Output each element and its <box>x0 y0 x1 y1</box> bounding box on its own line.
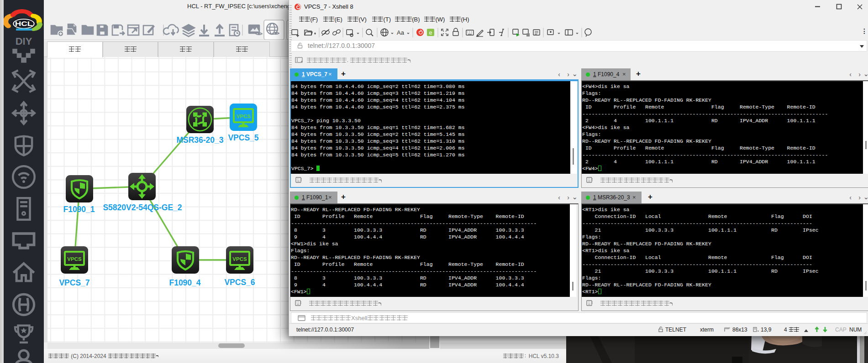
svg-text:VPCS: VPCS <box>236 114 251 119</box>
svg-text:F1090_1: F1090_1 <box>63 205 95 214</box>
svg-text:VPCS: VPCS <box>67 256 82 262</box>
svg-text:MSR36-20_3: MSR36-20_3 <box>176 135 223 145</box>
svg-text:VPCS: VPCS <box>232 256 247 262</box>
svg-text:HCL: HCL <box>15 20 33 28</box>
svg-text:DIY: DIY <box>16 36 32 47</box>
svg-text:F1090_4: F1090_4 <box>169 278 200 287</box>
svg-text:VPCS_6: VPCS_6 <box>224 278 255 287</box>
svg-text:VPCS_7: VPCS_7 <box>59 278 89 287</box>
svg-text:e: e <box>429 30 432 36</box>
svg-text:S5820V2-54QS-GE_2: S5820V2-54QS-GE_2 <box>103 203 182 212</box>
svg-text:Aa: Aa <box>397 29 405 36</box>
svg-text:VPCS_5: VPCS_5 <box>228 133 258 142</box>
